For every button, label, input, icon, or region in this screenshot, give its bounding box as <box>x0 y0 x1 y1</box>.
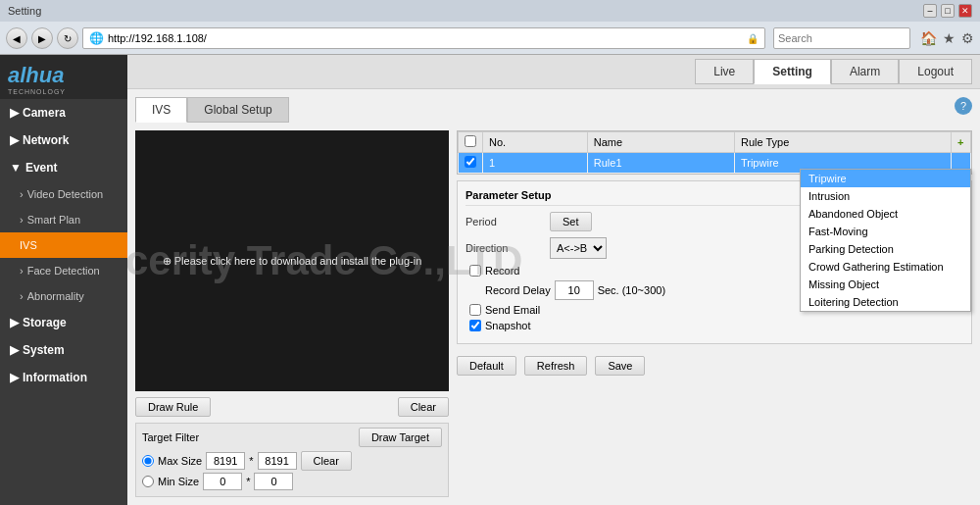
abn-label: Abnormality <box>27 290 84 302</box>
sidebar-item-storage[interactable]: ▶ Storage <box>0 309 127 336</box>
star-icon[interactable]: ★ <box>943 30 956 46</box>
sidebar-item-camera[interactable]: ▶ Camera <box>0 99 127 126</box>
event-label: Event <box>25 161 58 175</box>
back-button[interactable]: ◀ <box>6 27 27 49</box>
dd-item-parking[interactable]: Parking Detection <box>801 240 970 258</box>
sidebar: alhua TECHNOLOGY ▶ Camera ▶ Network ▼ Ev… <box>0 55 127 505</box>
send-email-label: Send Email <box>485 304 540 316</box>
max-size-label: Max Size <box>158 455 202 467</box>
dd-item-loitering[interactable]: Loitering Detection <box>801 293 970 311</box>
toolbar-icons: 🏠 ★ ⚙ <box>920 30 974 46</box>
sidebar-item-face-detection[interactable]: › Face Detection <box>0 258 127 283</box>
content-area: IVS Global Setup ? ⊕ Please click here t… <box>127 89 980 505</box>
col-no: No. <box>483 132 588 153</box>
network-arrow-icon: ▶ <box>10 133 19 147</box>
nav-bar: ◀ ▶ ↻ 🌐 🔒 🏠 ★ ⚙ <box>0 22 980 55</box>
sidebar-item-network[interactable]: ▶ Network <box>0 126 127 154</box>
sidebar-item-abnormality[interactable]: › Abnormality <box>0 283 127 309</box>
snapshot-label: Snapshot <box>485 320 530 331</box>
main-content: Live Setting Alarm Logout IVS Global Set… <box>127 55 980 505</box>
max-width-input[interactable] <box>206 452 245 470</box>
maximize-button[interactable]: □ <box>941 4 955 18</box>
app-body: alhua TECHNOLOGY ▶ Camera ▶ Network ▼ Ev… <box>0 55 980 505</box>
tab-ivs[interactable]: IVS <box>135 97 187 123</box>
window-controls: – □ ✕ <box>923 4 972 18</box>
dd-item-abandoned[interactable]: Abandoned Object <box>801 205 970 223</box>
save-button[interactable]: Save <box>595 356 645 376</box>
refresh-button[interactable]: ↻ <box>57 27 78 49</box>
rules-table-area: No. Name Rule Type + 1 Rule <box>457 130 972 175</box>
default-button[interactable]: Default <box>457 356 516 376</box>
home-icon[interactable]: 🏠 <box>920 30 937 46</box>
dd-item-tripwire[interactable]: Tripwire <box>801 170 970 187</box>
event-arrow-icon: ▼ <box>10 161 22 175</box>
row-no: 1 <box>483 153 588 174</box>
direction-select[interactable]: A->BB->AA<->B <box>550 237 607 259</box>
storage-arrow-icon: ▶ <box>10 316 19 329</box>
search-input[interactable] <box>773 27 910 49</box>
clear-rule-button[interactable]: Clear <box>398 397 449 417</box>
min-size-row: Min Size * <box>142 473 442 490</box>
info-label: Information <box>23 371 87 384</box>
live-button[interactable]: Live <box>695 59 754 84</box>
ssl-icon: 🔒 <box>747 33 759 44</box>
dd-item-fast-moving[interactable]: Fast-Moving <box>801 223 970 240</box>
sidebar-item-ivs[interactable]: IVS <box>0 232 127 258</box>
refresh-button[interactable]: Refresh <box>524 356 588 376</box>
rules-panel: No. Name Rule Type + 1 Rule <box>457 130 972 497</box>
close-button[interactable]: ✕ <box>958 4 972 18</box>
title-bar: Setting – □ ✕ <box>0 0 980 22</box>
minimize-button[interactable]: – <box>923 4 937 18</box>
vd-label: Video Detection <box>27 188 103 200</box>
snapshot-row: Snapshot <box>466 320 963 331</box>
clear-target-button[interactable]: Clear <box>301 451 352 471</box>
col-name: Name <box>587 132 734 153</box>
dd-item-missing[interactable]: Missing Object <box>801 276 970 293</box>
alarm-button[interactable]: Alarm <box>831 59 899 84</box>
max-height-input[interactable] <box>258 452 297 470</box>
video-controls: Draw Rule Clear <box>135 397 449 417</box>
draw-target-button[interactable]: Draw Target <box>359 428 442 447</box>
sidebar-item-event[interactable]: ▼ Event <box>0 154 127 181</box>
logo: alhua <box>8 63 120 88</box>
video-message[interactable]: ⊕ Please click here to download and inst… <box>153 245 432 278</box>
record-delay-unit: Sec. (10~300) <box>598 284 665 296</box>
video-player: ⊕ Please click here to download and inst… <box>135 130 449 391</box>
send-email-checkbox[interactable] <box>469 304 481 316</box>
tab-global-setup[interactable]: Global Setup <box>187 97 288 123</box>
address-input[interactable] <box>108 32 747 44</box>
record-checkbox[interactable] <box>469 265 481 277</box>
sidebar-item-video-detection[interactable]: › Video Detection <box>0 181 127 207</box>
sidebar-item-information[interactable]: ▶ Information <box>0 364 127 391</box>
settings-icon[interactable]: ⚙ <box>961 30 974 46</box>
dd-item-crowd[interactable]: Crowd Gathering Estimation <box>801 258 970 276</box>
plug-icon: ⊕ <box>163 255 174 267</box>
setting-button[interactable]: Setting <box>754 59 831 84</box>
row-checkbox[interactable] <box>465 156 476 168</box>
record-delay-input[interactable] <box>555 280 594 300</box>
camera-arrow-icon: ▶ <box>10 106 19 120</box>
add-rule-icon[interactable]: + <box>957 136 963 148</box>
help-icon[interactable]: ? <box>955 97 972 115</box>
min-height-input[interactable] <box>254 473 293 490</box>
max-size-radio[interactable] <box>142 455 154 467</box>
select-all-checkbox[interactable] <box>465 135 476 147</box>
set-button[interactable]: Set <box>550 212 592 231</box>
min-separator: * <box>246 476 250 487</box>
forward-button[interactable]: ▶ <box>31 27 53 49</box>
col-rule-type: Rule Type <box>734 132 951 153</box>
sidebar-item-system[interactable]: ▶ System <box>0 336 127 364</box>
draw-rule-button[interactable]: Draw Rule <box>135 397 211 417</box>
rule-type-dropdown[interactable]: Tripwire Intrusion Abandoned Object Fast… <box>800 169 971 312</box>
rules-table: No. Name Rule Type + 1 Rule <box>458 131 971 174</box>
sidebar-item-smart-plan[interactable]: › Smart Plan <box>0 207 127 232</box>
address-bar: 🌐 🔒 <box>82 27 765 49</box>
tabs-row: IVS Global Setup ? <box>135 97 972 123</box>
system-arrow-icon: ▶ <box>10 343 19 357</box>
min-size-radio[interactable] <box>142 476 154 487</box>
logout-button[interactable]: Logout <box>899 59 972 84</box>
snapshot-checkbox[interactable] <box>469 320 481 331</box>
target-filter-label: Target Filter <box>142 431 199 443</box>
min-width-input[interactable] <box>203 473 242 490</box>
dd-item-intrusion[interactable]: Intrusion <box>801 187 970 205</box>
